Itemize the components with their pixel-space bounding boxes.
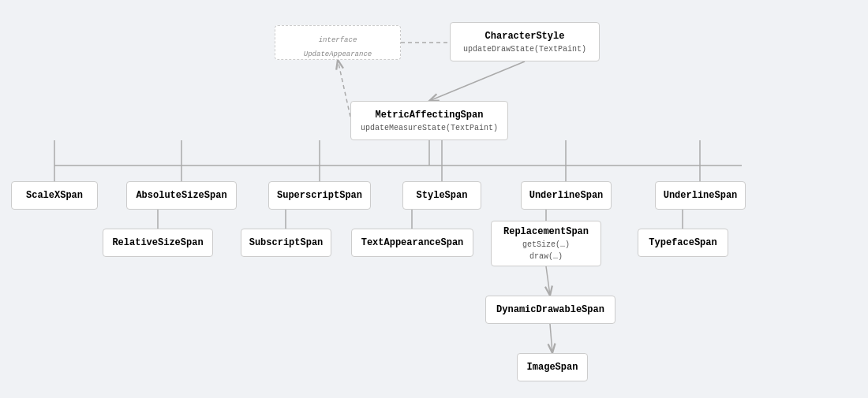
metric-affecting-span-node: MetricAffectingSpan updateMeasureState(T… — [350, 101, 508, 140]
relative-size-span-name: RelativeSizeSpan — [112, 236, 203, 250]
metric-affecting-name: MetricAffectingSpan — [361, 108, 498, 122]
svg-line-18 — [550, 324, 552, 353]
metric-affecting-method: updateMeasureState(TextPaint) — [361, 122, 498, 134]
relative-size-span-node: RelativeSizeSpan — [103, 229, 213, 257]
interface-label: interface UpdateAppearance — [304, 36, 372, 58]
style-span-name: StyleSpan — [417, 188, 468, 203]
dynamic-drawable-span-name: DynamicDrawableSpan — [496, 303, 604, 317]
underline-span-node: UnderlineSpan — [521, 181, 612, 210]
update-appearance-node: interface UpdateAppearance — [275, 25, 401, 60]
style-span-node: StyleSpan — [402, 181, 481, 210]
superscript-span-node: SuperscriptSpan — [268, 181, 371, 210]
typeface-span-node: TypefaceSpan — [638, 229, 728, 257]
subscript-span-node: SubscriptSpan — [241, 229, 331, 257]
underline-span2-name: UnderlineSpan — [664, 188, 738, 203]
scale-x-span-node: ScaleXSpan — [11, 181, 98, 210]
character-style-method: updateDrawState(TextPaint) — [460, 43, 589, 55]
image-span-node: ImageSpan — [517, 353, 588, 381]
typeface-span-name: TypefaceSpan — [649, 236, 716, 250]
underline-span-name: UnderlineSpan — [529, 188, 604, 203]
diagram: interface UpdateAppearance CharacterStyl… — [0, 0, 868, 398]
superscript-span-name: SuperscriptSpan — [277, 188, 362, 203]
replacement-span-method2: draw(…) — [529, 251, 563, 262]
text-appearance-span-name: TextAppearanceSpan — [361, 236, 464, 250]
svg-line-2 — [429, 61, 525, 101]
svg-line-17 — [546, 266, 550, 296]
text-appearance-span-node: TextAppearanceSpan — [351, 229, 473, 257]
underline-span2-node: UnderlineSpan — [655, 181, 746, 210]
absolute-size-span-node: AbsoluteSizeSpan — [126, 181, 237, 210]
character-style-name: CharacterStyle — [460, 29, 589, 43]
replacement-span-name: ReplacementSpan — [503, 225, 589, 239]
replacement-span-node: ReplacementSpan getSize(…) draw(…) — [491, 221, 601, 266]
absolute-size-span-name: AbsoluteSizeSpan — [136, 188, 226, 203]
character-style-node: CharacterStyle updateDrawState(TextPaint… — [450, 22, 600, 61]
image-span-name: ImageSpan — [527, 360, 578, 374]
subscript-span-name: SubscriptSpan — [249, 236, 324, 250]
svg-line-3 — [338, 60, 350, 117]
replacement-span-method1: getSize(…) — [522, 239, 570, 251]
scale-x-span-name: ScaleXSpan — [26, 188, 83, 203]
dynamic-drawable-span-node: DynamicDrawableSpan — [485, 296, 615, 324]
